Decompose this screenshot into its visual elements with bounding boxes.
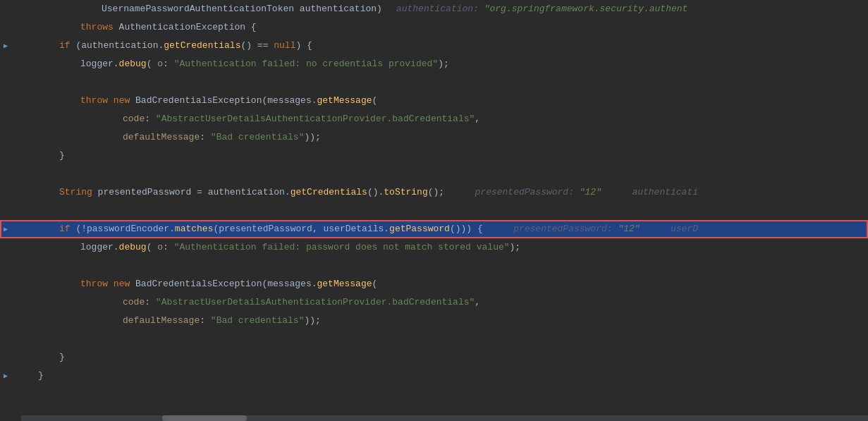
line-content-7: code: "AbstractUserDetailsAuthentication… (11, 110, 868, 128)
code-line-20: } (0, 348, 868, 367)
code-line-3: ▶ if (authentication.getCredentials() ==… (0, 37, 868, 55)
code-line-11: String presentedPassword = authenticatio… (0, 183, 868, 202)
code-line-5 (0, 73, 868, 92)
line-content-3: if (authentication.getCredentials() == n… (11, 37, 868, 55)
code-line-16: throw new BadCredentialsException(messag… (0, 275, 868, 293)
code-line-18: defaultMessage: "Bad credentials")); (0, 312, 868, 330)
code-line-19 (0, 330, 868, 348)
line-content-1: UsernamePasswordAuthenticationToken auth… (11, 0, 868, 18)
code-line-1: UsernamePasswordAuthenticationToken auth… (0, 0, 868, 18)
line-content-15 (11, 257, 868, 275)
gutter-icon-3: ▶ (0, 42, 11, 50)
gutter-icon-13: ▶ (0, 225, 11, 233)
code-line-21: ▶ } (0, 367, 868, 385)
line-content-17: code: "AbstractUserDetailsAuthentication… (11, 293, 868, 312)
gutter-icon-21: ▶ (0, 372, 11, 380)
line-content-10 (11, 165, 868, 183)
scrollbar-thumb[interactable] (162, 415, 247, 421)
line-content-21: } (11, 367, 868, 385)
code-line-7: code: "AbstractUserDetailsAuthentication… (0, 110, 868, 128)
line-content-18: defaultMessage: "Bad credentials")); (11, 312, 868, 330)
code-line-15 (0, 257, 868, 275)
code-line-8: defaultMessage: "Bad credentials")); (0, 128, 868, 147)
code-line-2: throws AuthenticationException { (0, 18, 868, 37)
code-line-17: code: "AbstractUserDetailsAuthentication… (0, 293, 868, 312)
line-content-9: } (11, 147, 868, 165)
line-content-20: } (11, 348, 868, 367)
line-content-11: String presentedPassword = authenticatio… (11, 183, 868, 202)
code-area: UsernamePasswordAuthenticationToken auth… (0, 0, 868, 385)
code-line-4: logger.debug( o: "Authentication failed:… (0, 55, 868, 73)
breakpoint-arrow-3: ▶ (4, 42, 8, 50)
horizontal-scrollbar[interactable] (21, 415, 868, 421)
line-content-13: if (!passwordEncoder.matches(presentedPa… (11, 220, 868, 238)
line-content-6: throw new BadCredentialsException(messag… (11, 92, 868, 110)
line-content-16: throw new BadCredentialsException(messag… (11, 275, 868, 293)
line-content-19 (11, 330, 868, 348)
line-content-5 (11, 73, 868, 92)
code-line-12 (0, 202, 868, 220)
code-line-13: ▶ if (!passwordEncoder.matches(presented… (0, 220, 868, 238)
code-line-6: throw new BadCredentialsException(messag… (0, 92, 868, 110)
line-content-4: logger.debug( o: "Authentication failed:… (11, 55, 868, 73)
line-content-14: logger.debug( o: "Authentication failed:… (11, 238, 868, 257)
line-content-8: defaultMessage: "Bad credentials")); (11, 128, 868, 147)
line-content-2: throws AuthenticationException { (11, 18, 868, 37)
code-line-10 (0, 165, 868, 183)
code-editor: UsernamePasswordAuthenticationToken auth… (0, 0, 868, 421)
breakpoint-arrow-13: ▶ (4, 225, 8, 233)
code-line-9: } (0, 147, 868, 165)
line-content-12 (11, 202, 868, 220)
breakpoint-arrow-21: ▶ (4, 372, 8, 380)
code-line-14: logger.debug( o: "Authentication failed:… (0, 238, 868, 257)
